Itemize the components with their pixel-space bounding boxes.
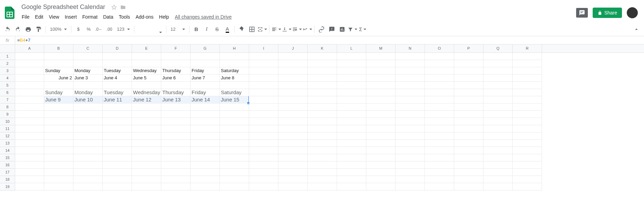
formula-input[interactable]: =B4+7 [15, 38, 644, 43]
cell-P13[interactable] [454, 140, 483, 147]
cell-I6[interactable] [249, 89, 278, 96]
cell-F2[interactable] [161, 60, 191, 67]
row-header-3[interactable]: 3 [0, 67, 15, 75]
cell-R1[interactable] [513, 53, 542, 60]
cell-E5[interactable] [132, 82, 161, 89]
row-header-12[interactable]: 12 [0, 132, 15, 140]
text-color-button[interactable]: A [223, 24, 232, 34]
cell-K12[interactable] [308, 132, 337, 140]
cell-J6[interactable] [278, 89, 308, 96]
cell-R16[interactable] [513, 161, 542, 169]
cell-E17[interactable] [132, 169, 161, 176]
row-header-7[interactable]: 7 [0, 96, 15, 103]
cell-C8[interactable] [73, 103, 103, 111]
cell-G14[interactable] [191, 147, 220, 154]
cell-O8[interactable] [425, 103, 454, 111]
cell-C3[interactable]: Monday [73, 67, 103, 75]
cell-Q7[interactable] [483, 96, 513, 103]
cell-O9[interactable] [425, 111, 454, 118]
merge-cells-button[interactable] [257, 24, 267, 34]
cell-N11[interactable] [396, 125, 425, 132]
row-header-14[interactable]: 14 [0, 147, 15, 154]
cell-F1[interactable] [161, 53, 191, 60]
cell-L12[interactable] [337, 132, 366, 140]
cell-K7[interactable] [308, 96, 337, 103]
cell-D8[interactable] [103, 103, 132, 111]
cell-D9[interactable] [103, 111, 132, 118]
number-format-dropdown[interactable]: 123 [115, 27, 132, 32]
cell-J12[interactable] [278, 132, 308, 140]
row-header-17[interactable]: 17 [0, 169, 15, 176]
save-status[interactable]: All changes saved in Drive [175, 14, 232, 20]
cell-F17[interactable] [161, 169, 191, 176]
cell-H2[interactable] [220, 60, 249, 67]
cell-Q1[interactable] [483, 53, 513, 60]
cell-O18[interactable] [425, 176, 454, 183]
cell-M14[interactable] [366, 147, 396, 154]
cell-M18[interactable] [366, 176, 396, 183]
cell-J19[interactable] [278, 183, 308, 190]
insert-chart-button[interactable] [337, 24, 347, 34]
cell-A11[interactable] [15, 125, 44, 132]
cell-Q20[interactable] [483, 190, 513, 191]
cell-M7[interactable] [366, 96, 396, 103]
cell-K2[interactable] [308, 60, 337, 67]
cell-G10[interactable] [191, 118, 220, 125]
cell-D4[interactable]: June 4 [103, 75, 132, 82]
cell-L3[interactable] [337, 67, 366, 75]
cell-M19[interactable] [366, 183, 396, 190]
column-header-P[interactable]: P [454, 44, 483, 52]
cell-C11[interactable] [73, 125, 103, 132]
cell-E9[interactable] [132, 111, 161, 118]
cell-Q4[interactable] [483, 75, 513, 82]
cell-H16[interactable] [220, 161, 249, 169]
cell-G7[interactable]: June 14 [191, 96, 220, 103]
cell-I15[interactable] [249, 154, 278, 161]
cell-N7[interactable] [396, 96, 425, 103]
functions-button[interactable]: Σ [358, 24, 368, 34]
zoom-dropdown[interactable]: 100% [48, 27, 69, 32]
cell-Q17[interactable] [483, 169, 513, 176]
cell-H5[interactable] [220, 82, 249, 89]
cell-K3[interactable] [308, 67, 337, 75]
cell-J4[interactable] [278, 75, 308, 82]
cell-M4[interactable] [366, 75, 396, 82]
cell-A2[interactable] [15, 60, 44, 67]
cell-D15[interactable] [103, 154, 132, 161]
folder-icon[interactable] [120, 4, 126, 11]
cell-A8[interactable] [15, 103, 44, 111]
cell-C19[interactable] [73, 183, 103, 190]
insert-link-button[interactable] [317, 24, 326, 34]
cell-Q10[interactable] [483, 118, 513, 125]
cell-O1[interactable] [425, 53, 454, 60]
cell-B8[interactable] [44, 103, 73, 111]
borders-button[interactable] [247, 24, 257, 34]
cell-D1[interactable] [103, 53, 132, 60]
cell-B19[interactable] [44, 183, 73, 190]
redo-button[interactable] [13, 24, 23, 34]
cell-A7[interactable] [15, 96, 44, 103]
cell-P1[interactable] [454, 53, 483, 60]
row-header-18[interactable]: 18 [0, 176, 15, 183]
cell-H7[interactable]: June 15 [220, 96, 249, 103]
cell-L2[interactable] [337, 60, 366, 67]
cell-F8[interactable] [161, 103, 191, 111]
cell-E13[interactable] [132, 140, 161, 147]
cell-D6[interactable]: Tuesday [103, 89, 132, 96]
cell-B7[interactable]: June 9 [44, 96, 73, 103]
cell-E2[interactable] [132, 60, 161, 67]
cell-C14[interactable] [73, 147, 103, 154]
cell-D11[interactable] [103, 125, 132, 132]
column-header-G[interactable]: G [191, 44, 220, 52]
cell-G8[interactable] [191, 103, 220, 111]
cell-E18[interactable] [132, 176, 161, 183]
cell-L7[interactable] [337, 96, 366, 103]
cell-G4[interactable]: June 7 [191, 75, 220, 82]
cell-C15[interactable] [73, 154, 103, 161]
cell-F18[interactable] [161, 176, 191, 183]
cell-E10[interactable] [132, 118, 161, 125]
column-header-Q[interactable]: Q [483, 44, 513, 52]
cell-P6[interactable] [454, 89, 483, 96]
cell-H18[interactable] [220, 176, 249, 183]
cell-N2[interactable] [396, 60, 425, 67]
